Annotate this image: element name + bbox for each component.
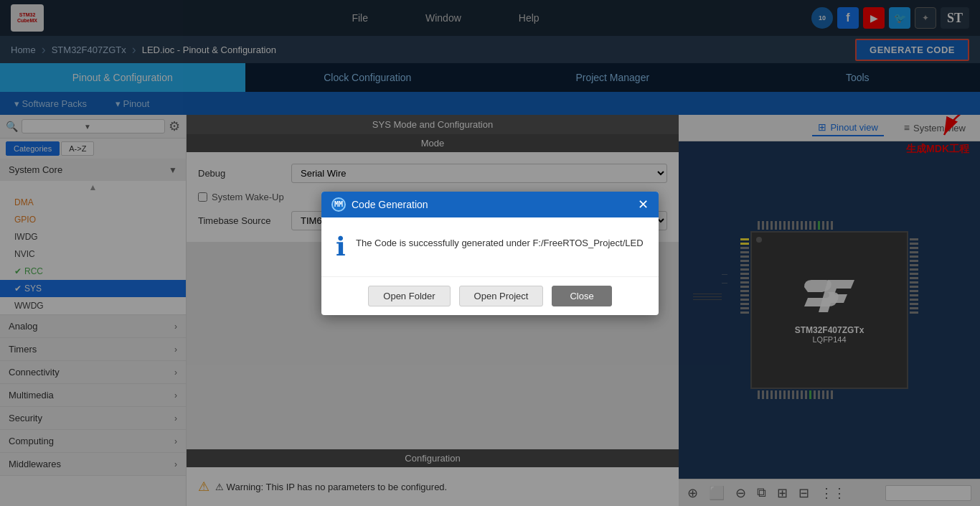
modal-header: MM Code Generation ✕ [321, 192, 659, 217]
modal-header-icon: MM [331, 197, 346, 212]
modal-dialog: MM Code Generation ✕ ℹ The Code is succe… [321, 192, 659, 315]
modal-message: The Code is successfully generated under… [356, 232, 644, 251]
modal-title: Code Generation [352, 199, 428, 210]
modal-close-button[interactable]: ✕ [638, 198, 649, 211]
modal-header-left: MM Code Generation [331, 197, 428, 212]
close-modal-button[interactable]: Close [552, 286, 611, 306]
modal-overlay[interactable]: MM Code Generation ✕ ℹ The Code is succe… [0, 0, 980, 506]
open-project-button[interactable]: Open Project [459, 286, 544, 306]
modal-footer: Open Folder Open Project Close [321, 276, 659, 315]
modal-info-icon: ℹ [336, 232, 346, 262]
modal-body: ℹ The Code is successfully generated und… [321, 217, 659, 276]
open-folder-button[interactable]: Open Folder [368, 286, 450, 306]
